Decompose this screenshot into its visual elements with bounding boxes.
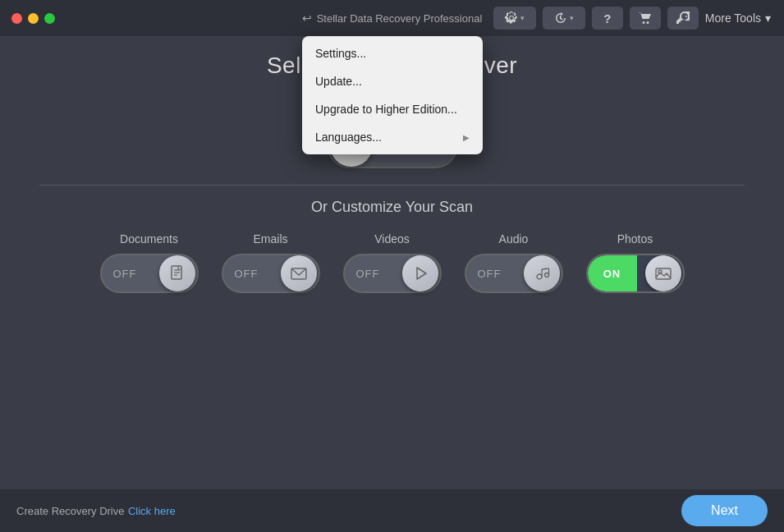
photos-on-area: ON bbox=[588, 255, 637, 291]
audio-icon bbox=[533, 264, 551, 282]
cart-icon bbox=[639, 11, 652, 25]
app-title-area: ↩ Stellar Data Recovery Professional bbox=[302, 11, 483, 25]
documents-toggle[interactable]: OFF bbox=[100, 254, 199, 293]
toolbar: ▾ ▾ ? More Tools ▾ bbox=[493, 7, 784, 30]
photo-icon bbox=[654, 264, 672, 282]
svg-line-10 bbox=[542, 268, 549, 269]
languages-item-label: Languages... bbox=[315, 131, 382, 144]
document-icon bbox=[168, 264, 186, 282]
videos-toggle-knob bbox=[402, 255, 438, 291]
upgrade-menu-item[interactable]: Upgrade to Higher Edition... bbox=[302, 95, 483, 123]
languages-menu-item[interactable]: Languages... ▶ bbox=[302, 123, 483, 151]
more-tools-arrow: ▾ bbox=[765, 11, 771, 25]
maximize-button[interactable] bbox=[44, 13, 55, 24]
settings-dropdown-arrow: ▾ bbox=[520, 14, 525, 22]
settings-button[interactable]: ▾ bbox=[493, 7, 536, 30]
photos-toggle-knob bbox=[645, 255, 681, 291]
emails-category: Emails OFF bbox=[222, 232, 320, 293]
video-play-icon bbox=[411, 264, 429, 282]
upgrade-item-label: Upgrade to Higher Edition... bbox=[315, 103, 457, 116]
emails-toggle-knob bbox=[281, 255, 317, 291]
key-button[interactable] bbox=[667, 7, 699, 30]
documents-toggle-knob bbox=[159, 255, 195, 291]
videos-toggle-label: OFF bbox=[356, 268, 380, 280]
svg-rect-11 bbox=[656, 268, 671, 279]
history-button[interactable]: ▾ bbox=[543, 7, 585, 30]
documents-toggle-label: OFF bbox=[113, 268, 137, 280]
audio-toggle[interactable]: OFF bbox=[465, 254, 563, 293]
settings-dropdown-menu: Settings... Update... Upgrade to Higher … bbox=[302, 36, 483, 154]
update-item-label: Update... bbox=[315, 75, 362, 88]
settings-menu-item[interactable]: Settings... bbox=[302, 39, 483, 67]
email-icon bbox=[290, 264, 308, 282]
photos-category: Photos ON bbox=[586, 232, 685, 293]
videos-label: Videos bbox=[374, 232, 410, 245]
photos-label: Photos bbox=[617, 232, 653, 245]
history-icon bbox=[554, 11, 567, 25]
audio-toggle-label: OFF bbox=[478, 268, 502, 280]
svg-marker-5 bbox=[417, 268, 426, 279]
languages-submenu-arrow: ▶ bbox=[463, 133, 470, 142]
app-title: Stellar Data Recovery Professional bbox=[317, 12, 483, 25]
videos-category: Videos OFF bbox=[343, 232, 442, 293]
more-tools-label: More Tools bbox=[705, 11, 761, 25]
videos-toggle[interactable]: OFF bbox=[343, 254, 442, 293]
minimize-button[interactable] bbox=[28, 13, 39, 24]
gear-icon bbox=[505, 11, 518, 25]
titlebar: ↩ Stellar Data Recovery Professional ▾ ▾… bbox=[0, 0, 784, 36]
close-button[interactable] bbox=[11, 13, 22, 24]
settings-item-label: Settings... bbox=[315, 47, 366, 60]
key-icon bbox=[676, 11, 690, 25]
click-here-link[interactable]: Click here bbox=[128, 505, 176, 517]
history-dropdown-arrow: ▾ bbox=[570, 14, 574, 22]
help-button[interactable]: ? bbox=[592, 7, 623, 30]
cart-button[interactable] bbox=[630, 7, 661, 30]
audio-category: Audio OFF bbox=[465, 232, 563, 293]
update-menu-item[interactable]: Update... bbox=[302, 67, 483, 95]
documents-label: Documents bbox=[120, 232, 178, 245]
photos-on-label: ON bbox=[603, 268, 621, 280]
audio-label: Audio bbox=[499, 232, 529, 245]
emails-toggle[interactable]: OFF bbox=[222, 254, 320, 293]
svg-point-6 bbox=[537, 274, 542, 279]
audio-toggle-knob bbox=[524, 255, 560, 291]
section-divider bbox=[39, 185, 745, 186]
create-recovery-label: Create Recovery Drive bbox=[16, 505, 125, 517]
emails-toggle-label: OFF bbox=[235, 268, 259, 280]
photos-toggle[interactable]: ON bbox=[586, 254, 685, 293]
bottom-bar: Create Recovery Drive Click here Next bbox=[0, 489, 784, 532]
documents-category: Documents OFF bbox=[100, 232, 199, 293]
emails-label: Emails bbox=[253, 232, 287, 245]
traffic-lights bbox=[0, 13, 55, 24]
create-recovery-area: Create Recovery Drive Click here bbox=[16, 503, 176, 518]
categories-row: Documents OFF Emails OFF bbox=[100, 232, 685, 293]
svg-point-7 bbox=[544, 273, 548, 277]
next-button[interactable]: Next bbox=[681, 495, 768, 526]
more-tools-button[interactable]: More Tools ▾ bbox=[705, 11, 771, 25]
back-icon: ↩ bbox=[302, 11, 312, 25]
customize-scan-label: Or Customize Your Scan bbox=[311, 199, 473, 216]
help-icon: ? bbox=[603, 11, 611, 25]
